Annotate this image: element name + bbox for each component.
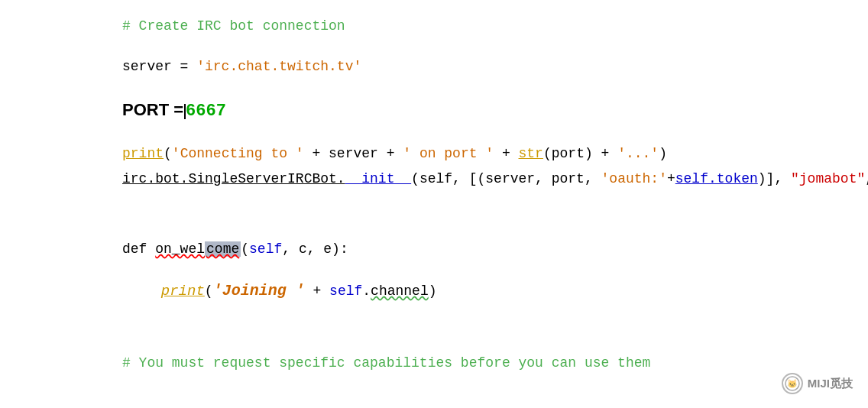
jomabot-str1: "jomabot": [791, 171, 865, 186]
on-port-str: ' on port ': [403, 146, 494, 161]
code-container: # Create IRC bot connection server = 'ir…: [0, 0, 868, 393]
dot: .: [362, 283, 371, 299]
self2: self: [329, 283, 362, 299]
print2-open: (: [205, 283, 213, 299]
print2-close: ): [429, 283, 437, 299]
joining-str: 'Joining ': [213, 282, 305, 300]
plus1: + server +: [304, 146, 403, 161]
plus3: +: [305, 283, 329, 299]
port-label: PORT =: [122, 100, 183, 119]
irc-line: irc.bot.SingleServerIRCBot.__init__(self…: [122, 168, 837, 190]
on-wel: on_wel: [155, 241, 205, 257]
channel: channel: [371, 283, 429, 299]
server-value: 'irc.chat.twitch.tv': [196, 59, 361, 74]
param-rest: , c, e):: [282, 241, 348, 257]
print-paren: (: [164, 146, 172, 161]
port-value: 6667: [186, 102, 226, 121]
print-line: print('Connecting to ' + server + ' on p…: [122, 143, 837, 165]
plus-token: +: [667, 171, 675, 186]
comma: ,: [865, 171, 868, 186]
come: come: [205, 241, 241, 257]
watermark-label: MIJI觅技: [808, 377, 853, 391]
self-token: self.token: [675, 171, 758, 186]
def-keyword: def: [122, 241, 155, 257]
connecting-str: 'Connecting to ': [172, 146, 304, 161]
close-paren: ): [659, 146, 667, 161]
str-func: str: [519, 146, 543, 161]
watermark-icon: 🐱: [782, 373, 803, 394]
port-line: PORT =6667: [122, 96, 837, 125]
irc-args-mid: )],: [758, 171, 791, 186]
print-func: print: [122, 146, 164, 161]
print2-line: print('Joining ' + self.channel): [122, 279, 837, 303]
server-line: server = 'irc.chat.twitch.tv': [122, 56, 837, 78]
cat-icon: 🐱: [784, 375, 801, 392]
watermark: 🐱 MIJI觅技: [782, 373, 853, 394]
server-keyword: server =: [122, 59, 196, 74]
irc-class: irc.bot.SingleServerIRCBot.: [122, 171, 345, 186]
oauth-str: 'oauth:': [601, 171, 667, 186]
comment2-text: # You must request specific capabilities…: [122, 355, 650, 371]
def-params: (: [241, 241, 249, 257]
str-paren: (port) +: [543, 146, 617, 161]
comment2-line: # You must request specific capabilities…: [122, 352, 837, 374]
print2-func: print: [161, 283, 205, 300]
irc-args-start: (self, [(server, port,: [411, 171, 601, 186]
plus2: +: [494, 146, 518, 161]
comment-line: # Create IRC bot connection: [122, 15, 837, 37]
init-method: __init__: [345, 171, 411, 186]
svg-text:🐱: 🐱: [787, 378, 798, 389]
self-param: self: [249, 241, 282, 257]
ellipsis-str: '...': [617, 146, 659, 161]
comment-text: # Create IRC bot connection: [122, 18, 345, 34]
def-line: def on_welcome(self, c, e):: [122, 238, 837, 261]
